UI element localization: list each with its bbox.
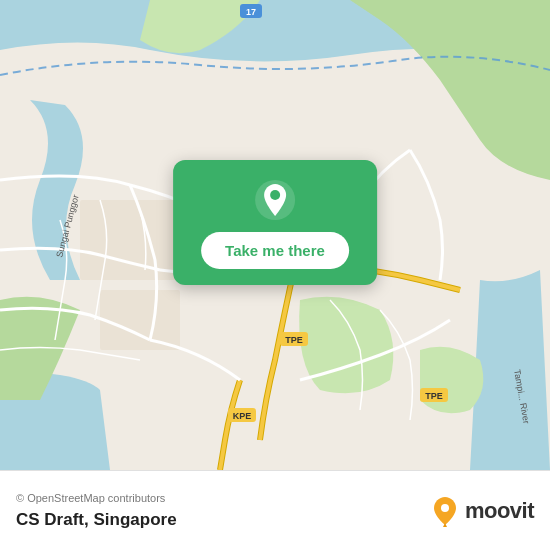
svg-text:KPE: KPE xyxy=(233,411,252,421)
info-left: © OpenStreetMap contributors CS Draft, S… xyxy=(16,492,177,530)
take-me-there-button[interactable]: Take me there xyxy=(201,232,349,269)
svg-text:TPE: TPE xyxy=(285,335,303,345)
popup-card: Take me there xyxy=(173,160,377,285)
location-name: CS Draft, Singapore xyxy=(16,510,177,530)
svg-text:17: 17 xyxy=(246,7,256,17)
svg-point-16 xyxy=(270,190,280,200)
svg-rect-2 xyxy=(100,290,180,350)
moovit-logo-text: moovit xyxy=(465,498,534,524)
svg-text:TPE: TPE xyxy=(425,391,443,401)
svg-point-17 xyxy=(441,504,449,512)
app: TPE TPE KPE TPE Sungai Punggor Tampi... … xyxy=(0,0,550,550)
moovit-logo: moovit xyxy=(429,495,534,527)
location-pin-icon xyxy=(253,178,297,222)
osm-attribution: © OpenStreetMap contributors xyxy=(16,492,177,504)
map-container: TPE TPE KPE TPE Sungai Punggor Tampi... … xyxy=(0,0,550,470)
moovit-icon xyxy=(429,495,461,527)
info-bar: © OpenStreetMap contributors CS Draft, S… xyxy=(0,470,550,550)
